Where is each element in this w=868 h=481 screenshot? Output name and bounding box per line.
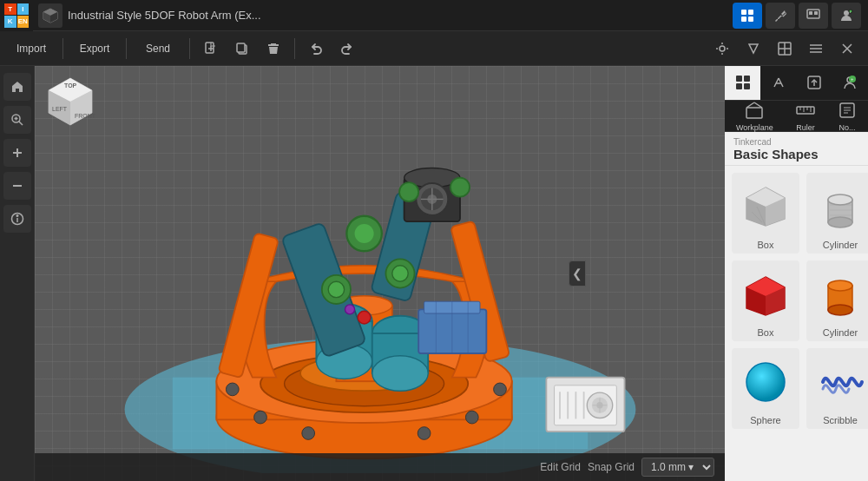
svg-point-55 xyxy=(493,383,506,396)
zoom-in-button[interactable] xyxy=(3,139,31,167)
home-button[interactable] xyxy=(3,73,31,101)
svg-point-73 xyxy=(328,281,344,297)
svg-point-86 xyxy=(450,178,469,197)
workplane-label: Workplane xyxy=(736,123,773,132)
copy-button[interactable] xyxy=(228,36,256,62)
tab-tools[interactable] xyxy=(760,66,796,100)
svg-line-116 xyxy=(754,102,762,108)
shape-box-red[interactable]: Box xyxy=(732,260,799,341)
left-sidebar xyxy=(0,66,35,481)
shapes-breadcrumb: Tinkercad xyxy=(733,137,859,147)
mirror-icon[interactable] xyxy=(833,36,861,62)
svg-rect-114 xyxy=(746,108,762,118)
svg-rect-14 xyxy=(206,43,214,53)
logo: T I K EN xyxy=(0,0,33,31)
svg-point-56 xyxy=(253,411,266,424)
shape-cylinder-orange-label: Cylinder xyxy=(823,327,858,338)
svg-rect-6 xyxy=(741,16,746,22)
svg-point-134 xyxy=(828,217,852,227)
separator-3 xyxy=(189,38,190,59)
svg-point-77 xyxy=(354,224,373,243)
edit-grid-button[interactable]: Edit Grid xyxy=(540,461,581,473)
shape-scribble-blue-label: Scribble xyxy=(823,415,858,425)
robot-arm-visualization xyxy=(35,66,725,481)
snap-grid-select[interactable]: 1.0 mm ▾ 0.1 mm 0.5 mm 2.0 mm 5.0 mm xyxy=(641,458,714,477)
svg-rect-10 xyxy=(814,11,818,15)
import-button[interactable]: Import xyxy=(7,36,56,62)
notes-button[interactable]: No... xyxy=(834,99,860,134)
workplane-button[interactable]: Workplane xyxy=(733,99,777,134)
chevron-left-icon: ❮ xyxy=(572,267,582,280)
svg-point-85 xyxy=(399,182,418,201)
logo-k: K xyxy=(4,16,16,28)
svg-point-67 xyxy=(372,356,427,391)
snap-grid-label: Snap Grid xyxy=(588,461,635,473)
grid-view-button[interactable] xyxy=(733,3,762,29)
zoom-fit-button[interactable] xyxy=(3,106,31,134)
new-button[interactable] xyxy=(197,36,225,62)
svg-point-133 xyxy=(828,194,852,205)
redo-button[interactable] xyxy=(333,36,361,62)
grid-icon[interactable] xyxy=(771,36,799,62)
document-title: Industrial Style 5DOF Robot Arm (Ex... xyxy=(68,9,733,22)
shape-cylinder-orange-preview xyxy=(810,264,868,325)
notes-label: No... xyxy=(838,123,855,132)
tinkercad-logo: T I K EN xyxy=(4,3,29,28)
shape-icon[interactable] xyxy=(740,36,767,62)
svg-text:+: + xyxy=(850,10,852,13)
shape-cylinder-grey-label: Cylinder xyxy=(823,240,858,250)
info-button[interactable] xyxy=(3,205,31,233)
svg-rect-117 xyxy=(797,107,814,114)
ruler-button[interactable]: Ruler xyxy=(792,99,819,134)
tab-shapes[interactable] xyxy=(725,66,760,100)
separator-1 xyxy=(62,38,63,59)
user-button[interactable]: + xyxy=(832,3,861,29)
logo-t: T xyxy=(4,3,16,16)
svg-rect-4 xyxy=(741,10,746,15)
svg-rect-16 xyxy=(237,43,245,52)
app-cube-icon xyxy=(38,3,62,28)
svg-point-54 xyxy=(226,383,239,396)
shapes-panel-title: Basic Shapes xyxy=(733,147,859,161)
svg-point-17 xyxy=(720,46,725,51)
send-button[interactable]: Send xyxy=(134,36,182,62)
svg-point-57 xyxy=(465,411,478,424)
zoom-out-button[interactable] xyxy=(3,172,31,200)
svg-point-11 xyxy=(844,10,849,16)
right-panel: + Workplane xyxy=(725,66,868,481)
export-button[interactable]: Export xyxy=(70,36,119,62)
shape-box-grey[interactable]: Box xyxy=(732,173,799,254)
tools-button[interactable] xyxy=(766,3,795,29)
shapes-grid: Box Cylinder xyxy=(725,166,868,481)
svg-rect-108 xyxy=(744,83,750,89)
svg-point-38 xyxy=(16,215,18,217)
svg-point-75 xyxy=(391,266,407,281)
undo-button[interactable] xyxy=(302,36,330,62)
align-icon[interactable] xyxy=(802,36,830,62)
workplane-icon xyxy=(745,101,764,122)
topbar-right: + xyxy=(733,3,868,29)
svg-rect-7 xyxy=(748,16,753,22)
tab-export[interactable] xyxy=(797,66,832,100)
shapes-panel-header: Tinkercad Basic Shapes xyxy=(725,132,868,166)
shape-sphere-teal-label: Sphere xyxy=(750,415,780,425)
logo-en: EN xyxy=(17,16,30,28)
sidebar-toggle-button[interactable]: ❮ xyxy=(569,260,586,287)
svg-point-143 xyxy=(828,280,852,291)
canvas-area[interactable]: TOP LEFT FRONT xyxy=(35,66,725,481)
svg-rect-106 xyxy=(744,76,750,82)
shape-cylinder-orange[interactable]: Cylinder xyxy=(806,260,868,341)
tab-user[interactable]: + xyxy=(832,66,868,100)
delete-button[interactable] xyxy=(260,36,287,62)
svg-point-59 xyxy=(418,427,431,440)
svg-rect-107 xyxy=(736,83,742,89)
shape-scribble-blue[interactable]: Scribble xyxy=(806,348,868,429)
shape-box-red-label: Box xyxy=(758,327,774,338)
svg-point-144 xyxy=(828,305,852,315)
export-container-button[interactable] xyxy=(799,3,828,29)
shape-sphere-teal[interactable]: Sphere xyxy=(732,348,799,429)
status-bar: Edit Grid Snap Grid 1.0 mm ▾ 0.1 mm 0.5 … xyxy=(35,453,725,481)
topbar: T I K EN Industrial Style 5DOF Robot Arm… xyxy=(0,0,868,31)
shape-cylinder-grey[interactable]: Cylinder xyxy=(806,173,868,254)
light-icon[interactable] xyxy=(708,36,736,62)
